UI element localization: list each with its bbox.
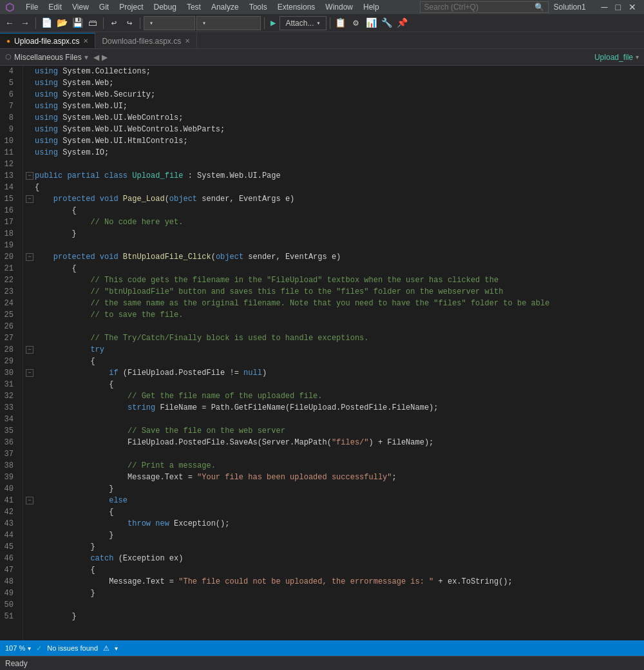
config-arrow: ▾ [149,19,153,27]
attach-arrow: ▾ [316,19,320,27]
ready-label: Ready [5,659,28,668]
close-btn[interactable]: ✕ [626,2,639,12]
code-line-6: using System.Web.Security; [26,89,641,100]
search-icon: 🔍 [535,3,544,12]
code-text-33: string FileName = Path.GetFileName(FileU… [35,402,439,414]
status-icon: ✓ [36,644,42,653]
menu-git[interactable]: Git [95,1,113,13]
redo-btn[interactable]: ↪ [122,16,137,30]
new-file-btn[interactable]: 📄 [39,16,53,30]
menu-tools[interactable]: Tools [245,1,271,13]
tab-close-upload[interactable]: ✕ [83,37,88,44]
menu-extensions[interactable]: Extensions [274,1,319,13]
collapse-btn-41[interactable]: − [26,497,33,504]
code-text-39: Message.Text = "Your file has been uploa… [35,472,397,483]
code-line-14: { [26,182,641,193]
statusbar: 107 % ▾ ✓ No issues found ⚠ ▾ [0,640,644,656]
code-text-28: try [35,344,104,356]
menu-project[interactable]: Project [115,1,147,13]
open-btn[interactable]: 📂 [55,16,69,30]
menu-window[interactable]: Window [321,1,357,13]
tab-upload-file[interactable]: ● Upload-file.aspx.cs ✕ [0,33,95,48]
platform-dropdown[interactable]: ▾ [196,16,261,30]
line-num-17: 17 [3,216,17,228]
code-text-46: catch (Exception ex) [35,553,183,564]
code-line-40: } [26,483,641,495]
minimize-btn[interactable]: ─ [599,2,611,12]
forward-btn[interactable]: → [18,16,32,30]
toolbar-btn-b[interactable]: ⚙ [349,16,363,30]
code-text-45: } [35,541,95,553]
back-btn[interactable]: ← [3,16,17,30]
collapse-btn-30[interactable]: − [26,369,33,377]
collapse-btn-28[interactable]: − [26,346,33,354]
breadcrumb-left[interactable]: Miscellaneous Files [14,53,82,62]
breadcrumb-right[interactable]: Upload_file [594,53,633,62]
code-line-35: // Save the file on the web server [26,425,641,437]
code-line-27: // The Try/Catch/Finally block is used t… [26,332,641,344]
toolbar-sep-5 [330,17,330,29]
line-num-28: 28 [3,344,17,356]
code-text-9: using System.Web.UI.WebControls.WebParts… [35,124,225,135]
code-text-13: public partial class Upload_file : Syste… [35,170,281,182]
collapse-btn-20[interactable]: − [26,253,33,261]
warning-icon[interactable]: ⚠ [103,644,109,653]
code-line-12 [26,158,641,170]
menu-test[interactable]: Test [183,1,205,13]
menu-file[interactable]: File [22,1,42,13]
code-line-49: } [26,588,641,599]
zoom-control[interactable]: 107 % ▾ [5,644,31,652]
save-all-btn[interactable]: 🗃 [86,16,100,30]
line-num-24: 24 [3,298,17,309]
menu-help[interactable]: Help [359,1,383,13]
line-num-11: 11 [3,147,17,158]
nav-left-icon: ⬡ [5,53,12,61]
toolbar: ← → 📄 📂 💾 🗃 ↩ ↪ ▾ ▾ ▶ Attach... ▾ 📋 ⚙ 📊 … [0,14,644,32]
code-text-10: using System.Web.UI.HtmlControls; [35,135,188,147]
menu-edit[interactable]: Edit [44,1,66,13]
toolbar-btn-e[interactable]: 📌 [395,16,410,30]
tab-close-download[interactable]: ✕ [185,37,190,44]
line-num-36: 36 [3,437,17,448]
save-btn[interactable]: 💾 [70,16,84,30]
code-line-44: } [26,530,641,541]
code-line-48: Message.Text = "The file could not be up… [26,576,641,588]
attach-label: Attach... [285,19,314,28]
undo-btn[interactable]: ↩ [107,16,121,30]
menu-view[interactable]: View [68,1,93,13]
code-text-14: { [35,182,39,193]
breadcrumb-right-arrow: ▾ [636,53,639,61]
code-text-17: // No code here yet. [35,216,183,228]
breadcrumb-arrow: ▾ [84,53,88,62]
toolbar-btn-a[interactable]: 📋 [334,16,348,30]
attach-button[interactable]: Attach... ▾ [279,16,326,30]
line-num-26: 26 [3,321,17,332]
code-text-49: } [35,588,95,599]
run-btn[interactable]: ▶ [268,17,278,28]
code-content[interactable]: using System.Collections;using System.We… [23,66,644,640]
menu-debug[interactable]: Debug [150,1,180,13]
line-num-19: 19 [3,240,17,251]
code-line-33: string FileName = Path.GetFileName(FileU… [26,402,641,414]
toolbar-btn-c[interactable]: 📊 [365,16,379,30]
line-num-30: 30 [3,367,17,379]
code-text-32: // Get the file name of the uploaded fil… [35,390,322,402]
collapse-btn-13[interactable]: − [26,172,33,180]
menu-analyze[interactable]: Analyze [207,1,243,13]
code-line-19 [26,240,641,251]
line-num-32: 32 [3,390,17,402]
search-input[interactable] [424,3,535,12]
code-line-34 [26,414,641,425]
code-line-39: Message.Text = "Your file has been uploa… [26,472,641,483]
editor-wrapper: 4567891011121314151617181920212223242526… [0,66,644,640]
maximize-btn[interactable]: □ [613,2,623,12]
line-num-39: 39 [3,472,17,483]
code-text-44: } [35,530,113,541]
toolbar-sep-1 [35,17,36,29]
config-dropdown[interactable]: ▾ [144,16,195,30]
collapse-btn-15[interactable]: − [26,195,33,203]
solution-label: Solution1 [554,3,586,12]
tab-label-upload: Upload-file.aspx.cs [14,37,79,46]
toolbar-btn-d[interactable]: 🔧 [380,16,394,30]
tab-download-files[interactable]: Download-files.aspx.cs ✕ [95,33,197,48]
